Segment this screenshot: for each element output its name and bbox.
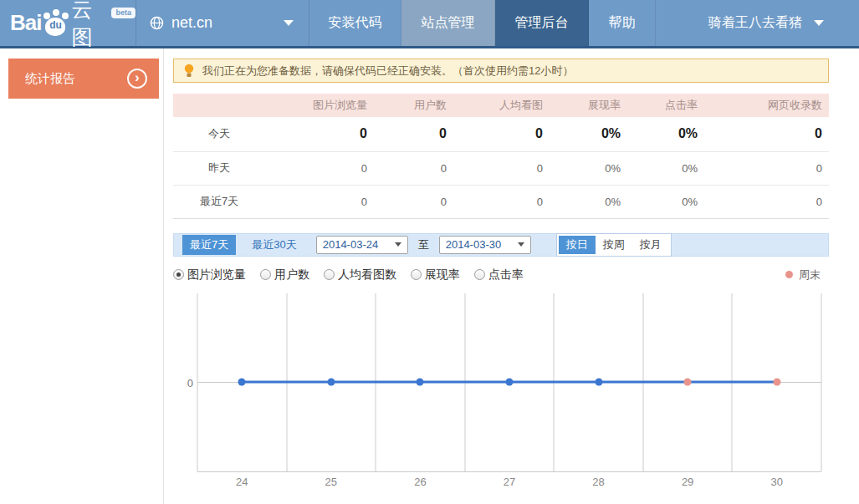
cell-value: 0 bbox=[704, 117, 829, 151]
row-label: 今天 bbox=[173, 117, 265, 151]
summary-header-row: 图片浏览量 用户数 人均看图 展现率 点击率 网页收录数 bbox=[173, 94, 829, 117]
chart-y-tick: 0 bbox=[187, 376, 193, 389]
username-label: 骑着王八去看猪 bbox=[708, 14, 802, 32]
top-navbar: Bai du 云图 beta net.cn 安装代码 站点管理 管理后台 帮助 bbox=[0, 0, 859, 48]
radio-icon bbox=[173, 269, 184, 280]
col-header-image-views: 图片浏览量 bbox=[265, 94, 374, 117]
radio-icon bbox=[411, 269, 422, 280]
metric-radio-impression-rate[interactable]: 展现率 bbox=[411, 267, 460, 283]
chart-point-weekend[interactable] bbox=[684, 379, 692, 386]
chart-y-axis: 0 bbox=[173, 293, 195, 472]
granularity-monthly-button[interactable]: 按月 bbox=[632, 236, 669, 254]
chart-x-tick: 30 bbox=[732, 476, 821, 488]
chart-x-tick: 28 bbox=[554, 476, 643, 488]
chart-plot-area[interactable] bbox=[197, 293, 821, 472]
chart-point[interactable] bbox=[327, 379, 335, 386]
cell-value: 0 bbox=[453, 151, 550, 185]
cell-value: 0 bbox=[374, 151, 453, 185]
logo-text-du: du bbox=[45, 19, 65, 31]
chart-x-tick: 27 bbox=[465, 476, 555, 488]
col-header-users: 用户数 bbox=[374, 94, 453, 117]
cell-value: 0 bbox=[453, 117, 550, 151]
beta-badge: beta bbox=[111, 8, 135, 18]
table-row-yesterday: 昨天 0 0 0 0% 0% 0 bbox=[173, 151, 829, 185]
col-header-indexed-pages: 网页收录数 bbox=[704, 94, 829, 117]
chevron-down-icon bbox=[395, 242, 401, 247]
chart-x-axis: 24252627282930 bbox=[197, 476, 821, 491]
trend-chart: 0 24252627282930 bbox=[173, 293, 829, 494]
quick-range-last30days-button[interactable]: 最近30天 bbox=[244, 235, 304, 255]
granularity-daily-button[interactable]: 按日 bbox=[559, 236, 596, 254]
globe-icon bbox=[150, 16, 164, 30]
chevron-down-icon bbox=[284, 20, 294, 26]
nav-item-help[interactable]: 帮助 bbox=[589, 0, 656, 46]
date-range-separator: 至 bbox=[418, 237, 429, 252]
cell-value: 0 bbox=[704, 151, 829, 185]
radio-icon bbox=[324, 269, 335, 280]
main-content: 我们正在为您准备数据，请确保代码已经正确安装。（首次使用约需12小时） 图片浏览… bbox=[173, 48, 829, 504]
col-header-click-rate: 点击率 bbox=[627, 94, 704, 117]
sidebar-item-statistics-report[interactable]: 统计报告 › bbox=[8, 59, 159, 99]
summary-table: 图片浏览量 用户数 人均看图 展现率 点击率 网页收录数 今天 0 0 0 0%… bbox=[173, 94, 829, 219]
site-selector-dropdown[interactable]: net.cn bbox=[135, 0, 309, 46]
radio-icon bbox=[260, 269, 271, 280]
quick-range-last7days-button[interactable]: 最近7天 bbox=[182, 235, 236, 255]
weekend-dot-icon bbox=[785, 271, 793, 278]
data-preparation-notice: 我们正在为您准备数据，请确保代码已经正确安装。（首次使用约需12小时） bbox=[173, 59, 829, 83]
chart-point-weekend[interactable] bbox=[773, 379, 780, 386]
cell-value: 0 bbox=[374, 117, 453, 151]
cell-value: 0% bbox=[550, 117, 627, 151]
chart-point[interactable] bbox=[506, 379, 514, 386]
corner-cell bbox=[173, 94, 265, 117]
chart-x-tick: 26 bbox=[376, 476, 465, 488]
granularity-weekly-button[interactable]: 按周 bbox=[596, 236, 632, 254]
table-row-last7days: 最近7天 0 0 0 0% 0% 0 bbox=[173, 185, 829, 218]
main-nav: 安装代码 站点管理 管理后台 帮助 bbox=[309, 0, 656, 46]
page: Bai du 云图 beta net.cn 安装代码 站点管理 管理后台 帮助 bbox=[0, 0, 859, 504]
cell-value: 0% bbox=[627, 151, 704, 185]
col-header-images-per-user: 人均看图 bbox=[453, 94, 550, 117]
metric-radio-click-rate[interactable]: 点击率 bbox=[474, 267, 524, 283]
date-filter-bar: 最近7天 最近30天 2014-03-24 至 2014-03-30 按日 按周… bbox=[173, 233, 829, 257]
chart-point[interactable] bbox=[595, 379, 602, 386]
date-from-select[interactable]: 2014-03-24 bbox=[316, 236, 408, 254]
metric-radio-users[interactable]: 用户数 bbox=[260, 267, 309, 283]
granularity-toggle-group: 按日 按周 按月 bbox=[556, 233, 672, 257]
chart-point[interactable] bbox=[417, 379, 424, 386]
nav-item-site-management[interactable]: 站点管理 bbox=[401, 0, 495, 46]
cell-value: 0 bbox=[265, 117, 374, 151]
cell-value: 0 bbox=[265, 185, 374, 218]
col-header-impression-rate: 展现率 bbox=[550, 94, 627, 117]
cell-value: 0 bbox=[453, 185, 550, 218]
metric-radio-image-views[interactable]: 图片浏览量 bbox=[173, 267, 246, 283]
chevron-down-icon bbox=[814, 20, 824, 26]
chevron-down-icon bbox=[518, 242, 524, 247]
date-to-select[interactable]: 2014-03-30 bbox=[439, 236, 531, 254]
baidu-yuntu-logo[interactable]: Bai du 云图 beta bbox=[0, 0, 135, 46]
notice-text: 我们正在为您准备数据，请确保代码已经正确安装。（首次使用约需12小时） bbox=[202, 64, 573, 79]
metric-selector-row: 图片浏览量 用户数 人均看图数 展现率 点击率 周末 bbox=[173, 267, 829, 283]
cell-value: 0% bbox=[550, 185, 627, 218]
chart-x-tick: 25 bbox=[287, 476, 376, 488]
logo-text-bai: Bai bbox=[10, 10, 41, 36]
nav-item-admin-backend[interactable]: 管理后台 bbox=[495, 0, 589, 46]
weekend-legend-label: 周末 bbox=[799, 267, 821, 283]
chart-point[interactable] bbox=[238, 379, 246, 386]
current-site-label: net.cn bbox=[171, 14, 212, 32]
sidebar-item-label: 统计报告 bbox=[25, 71, 75, 87]
metric-radio-images-per-user[interactable]: 人均看图数 bbox=[324, 267, 396, 283]
cell-value: 0% bbox=[627, 117, 704, 151]
cell-value: 0 bbox=[265, 151, 374, 185]
baidu-paw-icon: du bbox=[42, 9, 70, 38]
chevron-right-icon: › bbox=[127, 69, 147, 89]
date-to-value: 2014-03-30 bbox=[446, 238, 502, 251]
weekend-legend: 周末 bbox=[785, 267, 829, 283]
chart-x-tick: 24 bbox=[197, 476, 287, 488]
cell-value: 0 bbox=[374, 185, 453, 218]
cell-value: 0 bbox=[704, 185, 829, 218]
nav-item-install-code[interactable]: 安装代码 bbox=[309, 0, 401, 46]
row-label: 最近7天 bbox=[173, 185, 265, 218]
cell-value: 0% bbox=[550, 151, 627, 185]
user-menu-dropdown[interactable]: 骑着王八去看猪 bbox=[708, 0, 824, 46]
chart-x-tick: 29 bbox=[643, 476, 733, 488]
